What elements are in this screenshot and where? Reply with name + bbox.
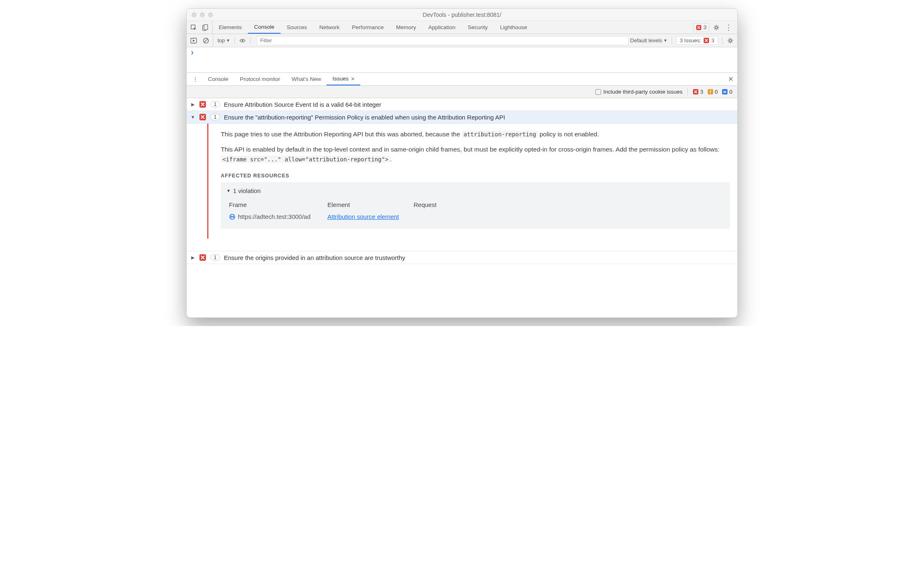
- issue-row-2[interactable]: ▶ 1 Ensure the origins provided in an at…: [187, 251, 737, 264]
- issues-label: 3 Issues:: [680, 37, 701, 44]
- info-icon: [722, 89, 728, 95]
- text: This page tries to use the Attribution R…: [221, 131, 462, 138]
- drawer-close-icon[interactable]: ×: [728, 74, 733, 84]
- tab-lighthouse[interactable]: Lighthouse: [494, 21, 533, 34]
- console-body[interactable]: ❯: [187, 47, 737, 73]
- issue-title: Ensure the "attribution-reporting" Permi…: [224, 114, 505, 121]
- console-toolbar: top ▼ Default levels ▼ 3 Issues: 3: [187, 34, 737, 47]
- sidebar-toggle-icon[interactable]: [190, 37, 197, 44]
- tab-application[interactable]: Application: [422, 21, 462, 34]
- issue-paragraph-2: This API is enabled by default in the to…: [221, 145, 730, 164]
- titlebar: DevTools - publisher.test:8081/: [187, 9, 737, 21]
- console-prompt: ❯: [191, 50, 194, 55]
- error-icon: [693, 89, 699, 95]
- context-selector[interactable]: top ▼: [217, 37, 230, 44]
- tab-elements[interactable]: Elements: [213, 21, 248, 34]
- issue-title: Ensure the origins provided in an attrib…: [224, 254, 405, 261]
- issue-title: Ensure Attribution Source Event Id is a …: [224, 101, 382, 108]
- error-icon: [199, 113, 206, 121]
- affected-resources-heading: AFFECTED RESOURCES: [221, 172, 730, 180]
- console-settings-icon[interactable]: [727, 37, 734, 44]
- issue-counts: 3 0 0: [693, 89, 732, 95]
- stat-warnings-value: 0: [715, 89, 718, 95]
- divider: [234, 37, 235, 44]
- stat-errors[interactable]: 3: [693, 89, 703, 95]
- error-count-badge[interactable]: 3: [693, 23, 709, 32]
- log-levels-selector[interactable]: Default levels ▼: [630, 37, 668, 44]
- drawer-tab-issues-label: Issues: [332, 76, 348, 82]
- divider: [722, 37, 723, 44]
- empty-space: [187, 264, 737, 317]
- warning-icon: [707, 89, 714, 95]
- divider: [250, 37, 251, 44]
- error-count: 3: [703, 24, 707, 30]
- cell-element[interactable]: Attribution source element: [325, 211, 411, 223]
- tab-console[interactable]: Console: [248, 21, 281, 34]
- error-icon: [696, 25, 702, 30]
- violation-table: Frame Element Request https://adtech.tes…: [226, 200, 724, 223]
- window-title: DevTools - publisher.test:8081/: [187, 11, 737, 18]
- include-third-party-toggle[interactable]: Include third-party cookie issues: [595, 89, 683, 95]
- frame-icon: [229, 214, 236, 220]
- device-toggle-icon[interactable]: [201, 24, 209, 31]
- error-icon: [199, 254, 206, 261]
- levels-label: Default levels: [630, 37, 662, 44]
- tab-memory[interactable]: Memory: [390, 21, 422, 34]
- issue-count-badge: 1: [210, 114, 220, 120]
- frame-url: https://adtech.test:3000/ad: [238, 212, 311, 222]
- issue-detail: This page tries to use the Attribution R…: [207, 124, 737, 239]
- tab-sources[interactable]: Sources: [281, 21, 313, 34]
- live-expression-icon[interactable]: [239, 37, 246, 44]
- stat-errors-value: 3: [700, 89, 703, 95]
- tab-security[interactable]: Security: [462, 21, 494, 34]
- cell-request: [411, 211, 724, 223]
- issue-row-0[interactable]: ▶ 1 Ensure Attribution Source Event Id i…: [187, 98, 737, 111]
- more-menu-icon[interactable]: ⋮: [723, 23, 734, 32]
- drawer-tab-whatsnew[interactable]: What's New: [286, 73, 327, 85]
- element-link: Attribution source element: [327, 212, 399, 222]
- text: This API is enabled by default in the to…: [221, 146, 720, 153]
- tab-network[interactable]: Network: [313, 21, 346, 34]
- expand-icon: ▶: [191, 102, 195, 107]
- drawer-tab-protocol[interactable]: Protocol monitor: [234, 73, 286, 85]
- chevron-down-icon: ▼: [226, 38, 230, 43]
- issues-toolbar: Include third-party cookie issues 3 0 0: [187, 86, 737, 98]
- error-icon: [703, 37, 709, 44]
- drawer-menu-icon[interactable]: ⋮: [188, 73, 202, 85]
- settings-icon[interactable]: [713, 24, 720, 31]
- tab-performance[interactable]: Performance: [346, 21, 390, 34]
- divider: [687, 88, 688, 96]
- col-request: Request: [411, 200, 724, 211]
- cell-frame[interactable]: https://adtech.test:3000/ad: [226, 211, 325, 223]
- issue-count-badge: 1: [210, 254, 220, 261]
- code-inline: <iframe src="..." allow="attribution-rep…: [221, 156, 390, 163]
- violation-header[interactable]: ▼ 1 violation: [226, 186, 724, 196]
- collapse-icon: ▼: [226, 188, 231, 194]
- issues-summary[interactable]: 3 Issues: 3: [676, 36, 718, 45]
- inspect-element-icon[interactable]: [190, 24, 197, 31]
- code-inline: attribution-reporting: [462, 131, 538, 138]
- devtools-window: DevTools - publisher.test:8081/ Elements…: [186, 8, 738, 318]
- include-third-party-label: Include third-party cookie issues: [604, 89, 683, 95]
- collapse-icon: ▼: [191, 115, 195, 119]
- violation-count-label: 1 violation: [233, 186, 261, 196]
- issue-paragraph-1: This page tries to use the Attribution R…: [221, 129, 730, 139]
- checkbox-icon: [595, 89, 601, 95]
- col-frame: Frame: [226, 200, 325, 211]
- stat-info-value: 0: [729, 89, 732, 95]
- clear-console-icon[interactable]: [202, 37, 210, 44]
- issue-count-badge: 1: [210, 101, 220, 108]
- main-tabstrip: Elements Console Sources Network Perform…: [187, 21, 737, 34]
- drawer-tab-console[interactable]: Console: [202, 73, 234, 85]
- error-icon: [199, 101, 206, 108]
- stat-warnings[interactable]: 0: [707, 89, 718, 95]
- issues-count: 3: [711, 37, 714, 44]
- context-label: top: [217, 37, 225, 44]
- stat-info[interactable]: 0: [722, 89, 732, 95]
- col-element: Element: [325, 200, 411, 211]
- filter-input[interactable]: [256, 36, 629, 45]
- text: policy is not enabled.: [538, 131, 599, 138]
- issue-row-1[interactable]: ▼ 1 Ensure the "attribution-reporting" P…: [187, 111, 737, 124]
- drawer-tab-issues[interactable]: Issues ×: [327, 73, 360, 85]
- close-icon[interactable]: ×: [351, 75, 355, 82]
